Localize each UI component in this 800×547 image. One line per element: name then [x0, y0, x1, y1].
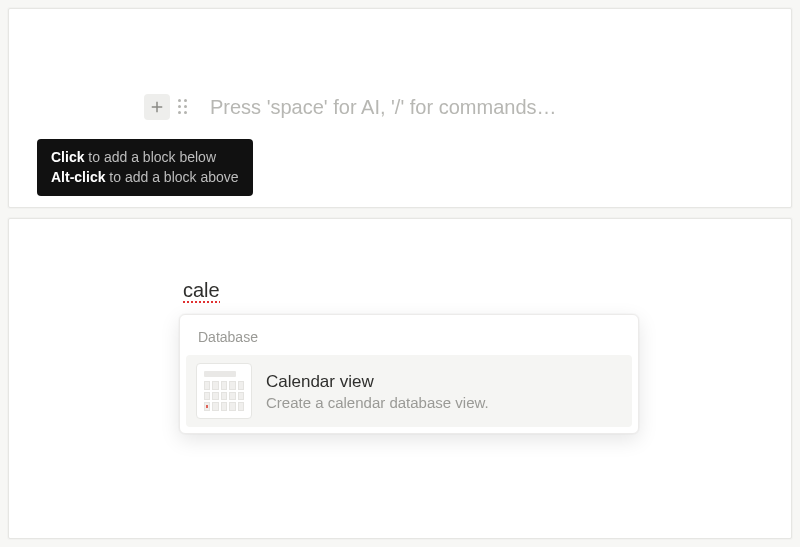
menu-item-title: Calendar view — [266, 372, 489, 392]
menu-item-calendar-view[interactable]: Calendar view Create a calendar database… — [186, 355, 632, 427]
tooltip-line1-text: to add a block below — [84, 149, 216, 165]
tooltip-line2-key: Alt-click — [51, 169, 105, 185]
editor-panel-search: cale Database Calendar view Create a cal… — [8, 218, 792, 539]
block-row: Press 'space' for AI, '/' for commands… — [144, 94, 557, 120]
slash-command-menu: Database Calendar view Create a calendar… — [179, 314, 639, 434]
block-placeholder[interactable]: Press 'space' for AI, '/' for commands… — [210, 96, 557, 119]
tooltip-line1-key: Click — [51, 149, 84, 165]
menu-item-text: Calendar view Create a calendar database… — [266, 372, 489, 411]
editor-panel-empty: Press 'space' for AI, '/' for commands… … — [8, 8, 792, 208]
add-block-button[interactable] — [144, 94, 170, 120]
menu-item-description: Create a calendar database view. — [266, 394, 489, 411]
tooltip-line2-text: to add a block above — [105, 169, 238, 185]
menu-section-label: Database — [186, 323, 632, 355]
calendar-icon — [196, 363, 252, 419]
plus-icon — [148, 98, 166, 116]
slash-command-query[interactable]: cale — [183, 279, 220, 303]
drag-handle[interactable] — [176, 98, 190, 116]
add-block-tooltip: Click to add a block below Alt-click to … — [37, 139, 253, 196]
